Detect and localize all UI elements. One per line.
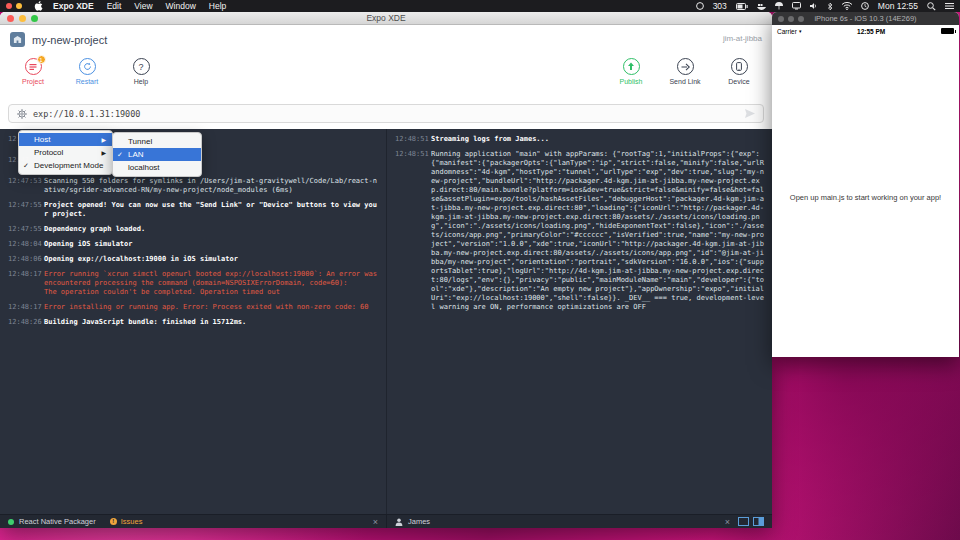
simulator-window-controls [778,16,804,22]
url-bar[interactable]: exp://10.0.1.31:19000 [8,104,764,123]
gear-icon[interactable] [17,109,27,119]
project-header: my-new-project jim-at-jibba [0,25,772,54]
toggle-right-panel-icon[interactable] [753,517,764,526]
record-red-dot-icon[interactable] [6,3,12,9]
simulator-clock: 12:55 PM [801,28,941,35]
menubar-item-edit[interactable]: Edit [107,1,122,11]
menubar-clock[interactable]: Mon 12:55 [878,1,918,11]
zoom-window-icon[interactable] [31,15,38,22]
left-log-pane[interactable]: 12:47:5212:47:5312:47:53Scanning 550 fol… [0,129,386,514]
docker-icon[interactable] [757,2,766,10]
log-entry: 12:48:51Streaming logs from James... [395,135,764,144]
menu-item-protocol[interactable]: Protocol ▶ [19,146,112,159]
carrier-label: Carrier [777,28,797,35]
app-message: Open up main.js to start working on your… [790,192,941,203]
submenu-item-lan-label: LAN [128,150,144,159]
checkmark-icon: ✓ [117,151,123,159]
packager-label: React Native Packager [19,517,96,526]
help-button-label: Help [134,78,148,85]
open-url-icon[interactable] [745,109,755,118]
battery-icon[interactable] [736,3,748,10]
toggle-left-panel-icon[interactable] [738,517,749,526]
menu-item-host[interactable]: Host ▶ [19,133,112,146]
packager-status-section: React Native Packager ! Issues × [0,515,386,528]
record-yellow-dot-icon[interactable] [16,3,22,9]
menubar-item-window[interactable]: Window [166,1,196,11]
device-button-label: Device [728,78,749,85]
menu-item-development-mode[interactable]: ✓ Development Mode [19,159,112,172]
simulator-titlebar[interactable]: iPhone 6s - iOS 10.3 (14E269) [772,12,959,25]
umbrella-icon[interactable] [775,2,783,10]
project-button[interactable]: 1 Project [16,58,50,99]
expo-xde-window: Expo XDE my-new-project jim-at-jibba 1 P… [0,12,772,528]
help-button[interactable]: ? Help [124,58,158,99]
menubar-status-area: 303 Mon 12:55 [696,1,954,11]
volume-icon[interactable] [810,2,818,10]
zoom-window-icon[interactable] [798,16,804,22]
right-log-list: 12:48:51Streaming logs from James...12:4… [395,135,764,312]
log-entry: 12:47:53Scanning 550 folders for symlink… [8,177,378,195]
issues-tab[interactable]: ! Issues [110,517,143,526]
wifi-icon[interactable] [842,2,852,10]
device-icon [731,58,748,75]
toolbar-right-group: Publish Send Link Device [614,58,756,99]
log-entry: 12:48:17Error running `xcrun simctl open… [8,270,378,297]
send-link-button[interactable]: Send Link [668,58,702,99]
restart-button[interactable]: Restart [70,58,104,99]
log-entry: 12:48:51Running application "main" with … [395,150,764,312]
device-button[interactable]: Device [722,58,756,99]
minimize-window-icon[interactable] [19,15,26,22]
time-machine-icon[interactable] [861,2,869,10]
menu-item-development-mode-label: Development Mode [34,161,103,170]
restart-icon [79,58,96,75]
log-entry: 12:47:55Project opened! You can now use … [8,201,378,219]
display-icon[interactable] [792,2,801,10]
submenu-item-tunnel-label: Tunnel [128,137,152,146]
menubar-item-help[interactable]: Help [209,1,226,11]
device-log-section: James × [386,515,772,528]
battery-percentage: 303 [713,1,727,11]
spotlight-search-icon[interactable] [927,2,936,11]
project-name: my-new-project [32,34,107,46]
close-packager-log-icon[interactable]: × [373,517,378,527]
checkmark-icon: ✓ [23,162,29,170]
xde-titlebar[interactable]: Expo XDE [0,12,772,25]
simulator-title: iPhone 6s - iOS 10.3 (14E269) [814,14,916,23]
minimize-window-icon[interactable] [788,16,794,22]
submenu-item-localhost[interactable]: localhost [113,161,201,174]
send-link-button-label: Send Link [669,78,700,85]
ios-simulator-window: iPhone 6s - iOS 10.3 (14E269) Carrier ▾ … [772,12,959,357]
submenu-item-tunnel[interactable]: Tunnel [113,135,201,148]
menubar-item-view[interactable]: View [134,1,152,11]
log-entry: 12:48:26Building JavaScript bundle: fini… [8,318,378,327]
log-area: 12:47:5212:47:5312:47:53Scanning 550 fol… [0,129,772,514]
toolbar-left-group: 1 Project Restart ? Help [16,58,158,99]
notification-center-icon[interactable] [945,2,954,10]
right-log-pane[interactable]: 12:48:51Streaming logs from James...12:4… [386,129,772,514]
menubar-item-expo-xde[interactable]: Expo XDE [53,1,94,11]
send-link-icon [677,58,694,75]
project-button-icon: 1 [25,58,42,75]
apple-menu-icon[interactable] [34,1,43,11]
project-icon [10,32,25,47]
submenu-item-lan[interactable]: ✓ LAN [113,148,201,161]
window-controls [7,15,38,22]
window-title: Expo XDE [366,13,405,23]
menu-item-host-label: Host [34,135,50,144]
log-entry: 12:47:55Dependency graph loaded. [8,225,378,234]
close-window-icon[interactable] [778,16,784,22]
moon-icon[interactable] [696,2,704,10]
host-submenu: Tunnel ✓ LAN localhost [112,132,202,177]
host-context-menu: Host ▶ Protocol ▶ ✓ Development Mode [18,130,113,175]
logged-in-user[interactable]: jim-at-jibba [723,34,762,43]
device-log-label: James [408,517,430,526]
project-url[interactable]: exp://10.0.1.31:19000 [33,109,140,119]
publish-icon [623,58,640,75]
publish-button[interactable]: Publish [614,58,648,99]
close-device-log-icon[interactable]: × [725,517,730,527]
close-window-icon[interactable] [7,15,14,22]
log-entry: 12:48:17Error installing or running app.… [8,303,378,312]
bluetooth-icon[interactable] [827,2,833,11]
simulator-app-screen[interactable]: Open up main.js to start working on your… [772,37,959,357]
menu-item-protocol-label: Protocol [34,148,63,157]
